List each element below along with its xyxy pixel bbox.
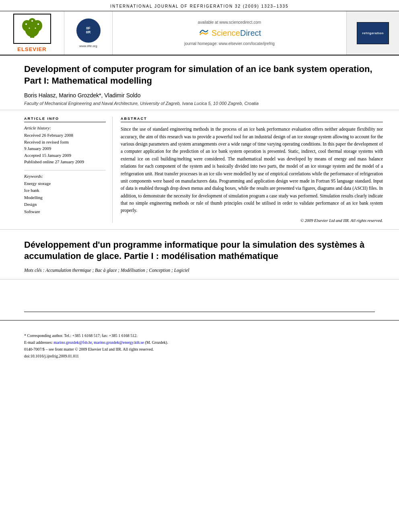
svg-point-9: [35, 28, 36, 29]
article-title-section: Development of computer program for simu…: [0, 55, 399, 110]
journal-homepage: journal homepage: www.elsevier.com/locat…: [184, 41, 275, 46]
elsevier-tree-icon: [18, 17, 46, 39]
article-title: Development of computer program for simu…: [24, 64, 375, 86]
accepted-date: Accepted 15 January 2009: [24, 152, 106, 159]
french-section: Développement d'un programme informatiqu…: [0, 230, 399, 279]
article-authors: Boris Halasz, Marino Grozdek*, Vladimir …: [24, 92, 375, 99]
two-column-section: ARTICLE INFO Article history: Received 2…: [0, 110, 399, 230]
french-title: Développement d'un programme informatiqu…: [24, 239, 375, 262]
spacer: [0, 279, 399, 312]
french-keywords: Mots clés : Accumulation thermique ; Bac…: [24, 268, 375, 273]
keyword-5: Software: [24, 208, 106, 216]
keywords-label: Keywords:: [24, 170, 106, 179]
email-author-name: (M. Grozdek).: [144, 340, 168, 345]
article-info-column: ARTICLE INFO Article history: Received 2…: [24, 117, 113, 223]
available-text: available at www.sciencedirect.com: [198, 20, 261, 25]
received-date-1: Received 26 February 2008: [24, 132, 106, 139]
license-line: 0140-7007/$ – see front matter © 2009 El…: [24, 346, 375, 352]
email-link-2[interactable]: marino.grozdek@energy.kth.se: [94, 340, 144, 345]
abstract-label: ABSTRACT: [121, 117, 383, 122]
elsevier-label: ELSEVIER: [17, 46, 46, 52]
sciencedirect-icon: [198, 27, 210, 39]
sciencedirect-logo: ScienceDirect: [198, 27, 261, 39]
keyword-2: Ice bank: [24, 187, 106, 194]
corresponding-author: * Corresponding author. Tel.: +385 1 616…: [24, 333, 375, 339]
iiifir-logo-area: IIFIIR www.iifiir.org: [64, 11, 113, 55]
email-link-1[interactable]: marino.grozdek@fsb.hr: [53, 340, 92, 345]
keyword-4: Design: [24, 201, 106, 208]
elsevier-box: [13, 14, 51, 44]
refrigeration-badge-text: refrigeration: [362, 31, 384, 35]
email-label-text: E-mail addresses:: [24, 340, 53, 345]
revised-date: 9 January 2009: [24, 145, 106, 152]
elsevier-logo-area: ELSEVIER: [0, 11, 64, 55]
refrigeration-badge: refrigeration: [357, 22, 389, 44]
journal-header: INTERNATIONAL JOURNAL OF REFRIGERATION 3…: [0, 0, 399, 11]
refrigeration-badge-area: refrigeration: [347, 11, 399, 55]
svg-point-6: [31, 20, 33, 22]
logos-row: ELSEVIER IIFIIR www.iifiir.org available…: [0, 11, 399, 55]
svg-point-8: [29, 28, 30, 29]
sciencedirect-area: available at www.sciencedirect.com Scien…: [113, 11, 347, 55]
abstract-text: Since the use of standard engineering me…: [121, 125, 383, 214]
iiifir-circle: IIFIIR: [76, 18, 101, 43]
svg-point-7: [37, 23, 39, 25]
footer-divider: [24, 312, 375, 312]
email-line: E-mail addresses: marino.grozdek@fsb.hr,…: [24, 339, 375, 345]
svg-point-5: [25, 23, 27, 25]
keyword-1: Energy storage: [24, 180, 106, 187]
article-info-label: ARTICLE INFO: [24, 117, 106, 122]
iiifir-text: IIFIIR: [86, 27, 91, 35]
abstract-column: ABSTRACT Since the use of standard engin…: [121, 117, 383, 223]
received-revised-label: Received in revised form: [24, 139, 106, 146]
doi-line: doi:10.1016/j.ijrefrig.2009.01.011: [24, 353, 375, 359]
copyright-line: © 2009 Elsevier Ltd and IIR. All rights …: [121, 218, 383, 223]
svg-point-4: [28, 18, 36, 28]
history-label: Article history:: [24, 125, 106, 130]
keyword-3: Modelling: [24, 194, 106, 201]
footer-section: * Corresponding author. Tel.: +385 1 616…: [0, 320, 399, 366]
article-affiliation: Faculty of Mechanical Engineering and Na…: [24, 101, 375, 106]
iiifir-url: www.iifiir.org: [79, 44, 97, 48]
published-date: Published online 27 January 2009: [24, 158, 106, 165]
sciencedirect-text: ScienceDirect: [212, 29, 261, 38]
